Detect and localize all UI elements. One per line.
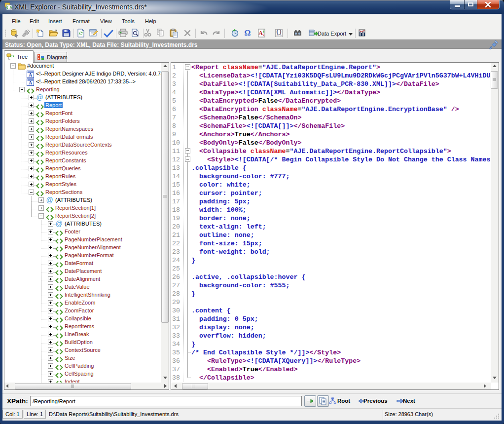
svg-text:JSON: JSON [276, 34, 282, 37]
svg-text:Ω: Ω [245, 29, 251, 37]
svg-text:A: A [258, 30, 263, 37]
svg-text:@: @ [46, 196, 53, 204]
svg-text:@: @ [55, 220, 62, 228]
svg-text:A: A [29, 72, 33, 77]
svg-text:@: @ [36, 94, 43, 101]
svg-text:A: A [29, 80, 33, 85]
